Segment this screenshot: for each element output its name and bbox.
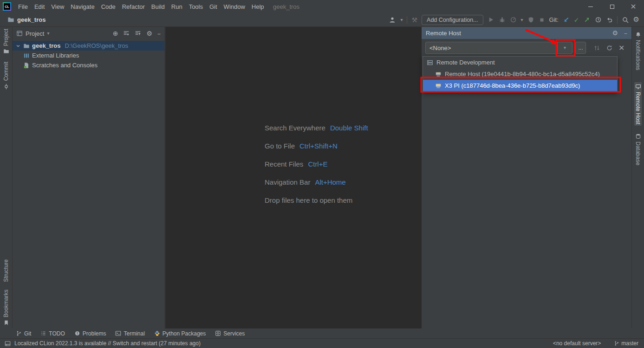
debug-bug-icon[interactable] <box>499 16 506 23</box>
remote-device-icon <box>435 83 442 89</box>
dropdown-item-x3-pi[interactable]: X3 PI (c187746d-8bea-436e-b725-b8d7eab93… <box>423 80 617 91</box>
tree-row-scratches[interactable]: Scratches and Consoles <box>13 60 164 70</box>
sidebar-item-bookmarks[interactable]: Bookmarks <box>3 290 9 326</box>
menu-file[interactable]: File <box>15 1 31 13</box>
project-view-icon <box>16 30 23 37</box>
sidebar-item-structure[interactable]: Structure <box>3 259 9 282</box>
sidebar-item-remote-host[interactable]: Remote Host <box>634 82 642 126</box>
branch-name: master <box>621 340 638 347</box>
maximize-icon <box>610 5 614 9</box>
project-tool-window: Project ▾ ⊕ ⚙ – <box>13 27 165 329</box>
remote-host-toolbar: <None> ▾ ... × <box>422 39 631 57</box>
todo-list-icon <box>40 330 46 336</box>
tree-row-project-root[interactable]: geek_tros D:\GeekROS\geek_tros <box>13 41 164 51</box>
project-panel-actions: ⊕ ⚙ – <box>113 30 161 37</box>
terminal-tab-label: Terminal <box>124 330 144 337</box>
sidebar-item-notifications[interactable]: Notifications <box>635 32 641 70</box>
project-panel-header: Project ▾ ⊕ ⚙ – <box>13 27 164 40</box>
coverage-shield-icon[interactable] <box>527 16 534 23</box>
shortcut-keys: Double Shift <box>330 124 368 132</box>
maximize-button[interactable] <box>601 0 623 13</box>
remote-host-gear-icon[interactable]: ⚙ <box>612 30 618 36</box>
expand-all-icon[interactable] <box>123 30 130 37</box>
history-clock-icon[interactable] <box>595 16 602 23</box>
default-server-status[interactable]: <no default server> <box>553 340 601 347</box>
toolwindow-switcher-icon[interactable] <box>5 341 11 347</box>
add-configuration-button[interactable]: Add Configuration... <box>422 15 483 25</box>
sidebar-item-project[interactable]: Project <box>3 29 9 54</box>
menu-git[interactable]: Git <box>206 1 221 13</box>
remote-host-dropdown: Remote Development Remote Host (19e0441b… <box>423 56 618 92</box>
menu-tools[interactable]: Tools <box>186 1 206 13</box>
toolwindow-terminal[interactable]: Terminal <box>115 330 144 337</box>
users-dropdown-caret-icon[interactable]: ▾ <box>400 18 403 22</box>
close-panel-icon[interactable]: × <box>618 44 624 52</box>
rollback-undo-icon[interactable] <box>606 16 613 23</box>
git-tab-label: Git <box>24 330 31 337</box>
menu-build[interactable]: Build <box>148 1 168 13</box>
project-panel-gear-icon[interactable]: ⚙ <box>146 30 152 37</box>
build-hammer-icon[interactable]: ⚒ <box>411 17 417 23</box>
upload-download-icon[interactable] <box>593 45 600 52</box>
toolwindow-python-packages[interactable]: Python Packages <box>154 330 206 337</box>
todo-tab-label: TODO <box>49 330 65 337</box>
profiler-dropdown-caret-icon[interactable]: ▾ <box>521 18 523 22</box>
shortcut-label: Go to File <box>265 142 295 150</box>
left-tool-stripe: Project Commit Structure Bookmarks <box>0 27 13 329</box>
server-settings-more-button[interactable]: ... <box>575 42 586 54</box>
chevron-down-icon[interactable] <box>15 43 21 49</box>
dropdown-group-remote-development[interactable]: Remote Development <box>423 57 617 68</box>
server-combo-box[interactable]: <None> ▾ <box>425 42 572 54</box>
settings-gear-icon[interactable]: ⚙ <box>633 16 639 23</box>
sidebar-item-commit[interactable]: Commit <box>3 62 9 89</box>
menu-window[interactable]: Window <box>221 1 248 13</box>
profiler-icon[interactable] <box>510 16 517 23</box>
close-button[interactable]: × <box>623 0 644 13</box>
menu-refactor[interactable]: Refactor <box>119 1 148 13</box>
search-icon[interactable] <box>622 16 629 24</box>
bookmark-icon <box>3 320 9 326</box>
remote-host-toolbar-icons: × <box>593 44 624 52</box>
toolwindow-services[interactable]: Services <box>215 330 245 337</box>
services-icon <box>215 330 221 336</box>
stop-icon[interactable] <box>539 17 545 23</box>
refresh-icon[interactable] <box>606 45 613 52</box>
toolwindow-git[interactable]: Git <box>16 330 31 337</box>
menu-view[interactable]: View <box>48 1 67 13</box>
close-icon: × <box>630 3 636 10</box>
sidebar-item-database[interactable]: Database <box>635 133 641 165</box>
locate-file-icon[interactable]: ⊕ <box>113 30 118 37</box>
main-toolbar: geek_tros ▾ ⚒ Add Configuration... ▾ <box>0 13 644 27</box>
git-branch-widget[interactable]: master <box>614 340 638 347</box>
server-dropdown-button[interactable]: ▾ <box>557 42 572 53</box>
status-message[interactable]: Localized CLion 2022.1.3 is available //… <box>14 340 201 347</box>
collapse-all-icon[interactable] <box>135 30 141 37</box>
tree-row-external-libraries[interactable]: External Libraries <box>13 51 164 60</box>
git-toolbar-label: Git: <box>549 16 559 23</box>
git-push-icon[interactable] <box>584 16 591 23</box>
git-update-icon[interactable] <box>563 16 570 23</box>
remote-host-hide-icon[interactable]: – <box>624 30 627 36</box>
run-icon[interactable] <box>488 16 494 23</box>
toolwindow-todo[interactable]: TODO <box>40 330 65 337</box>
menu-help[interactable]: Help <box>248 1 267 13</box>
menu-run[interactable]: Run <box>168 1 186 13</box>
remote-host-header: Remote Host ⚙ – <box>422 27 631 39</box>
project-panel-title[interactable]: Project <box>26 30 44 37</box>
hide-panel-icon[interactable]: – <box>157 30 161 37</box>
toolbar-project-name[interactable]: geek_tros <box>17 16 46 23</box>
project-stripe-label: Project <box>3 29 9 46</box>
bookmarks-stripe-label: Bookmarks <box>3 290 9 317</box>
window-controls: × <box>580 0 644 13</box>
menu-navigate[interactable]: Navigate <box>67 1 98 13</box>
shortcut-label: Search Everywhere <box>265 124 325 132</box>
project-view-caret-icon[interactable]: ▾ <box>47 31 49 36</box>
menu-edit[interactable]: Edit <box>31 1 48 13</box>
shortcut-hints: Search Everywhere Double Shift Go to Fil… <box>265 122 368 206</box>
minimize-button[interactable] <box>580 0 601 13</box>
menu-code[interactable]: Code <box>98 1 119 13</box>
users-icon[interactable] <box>389 16 396 24</box>
toolwindow-problems[interactable]: Problems <box>74 330 106 337</box>
dropdown-item-remote-host[interactable]: Remote Host (19e0441b-8b94-480c-bc1a-d5a… <box>423 68 617 80</box>
git-commit-check-icon[interactable]: ✓ <box>574 17 579 23</box>
